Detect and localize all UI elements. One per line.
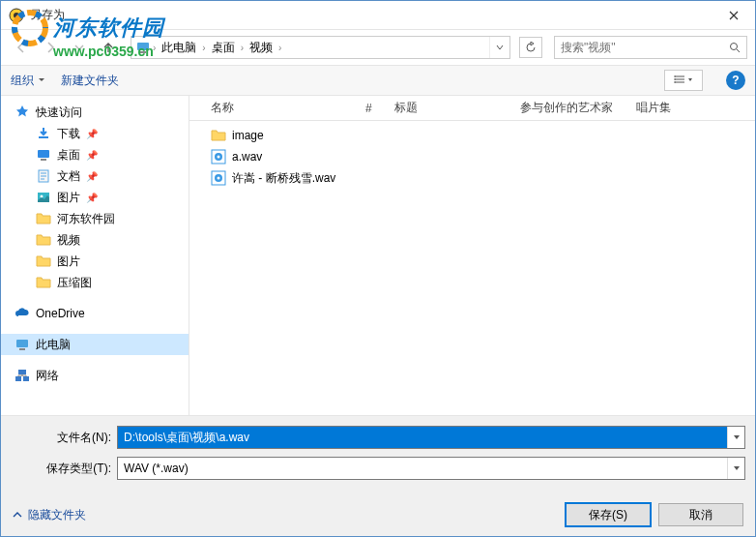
svg-point-22 [218,156,220,159]
network-icon [15,368,30,383]
folder-icon [36,254,51,269]
breadcrumb-sep: › [239,43,246,53]
view-button[interactable] [664,70,703,91]
file-columns: 名称 # 标题 参与创作的艺术家 唱片集 [189,96,755,121]
file-area: 名称 # 标题 参与创作的艺术家 唱片集 image a.wav 许嵩 - 断桥… [189,96,755,415]
filename-combo[interactable] [117,426,745,449]
tree-label: 压缩图 [57,275,92,291]
sidebar: 快速访问 下载 📌 桌面 📌 文档 📌 图片 📌 河东软件园 视频 [1,96,189,415]
chevron-down-icon [687,77,693,83]
pin-icon: 📌 [86,171,96,182]
titlebar: 另存为 [1,1,755,30]
refresh-button[interactable] [519,37,542,58]
document-icon [36,168,51,184]
window-title: 另存为 [30,7,712,23]
tree-desktop[interactable]: 桌面 📌 [1,144,189,165]
svg-point-6 [731,44,738,50]
organize-button[interactable]: 组织 [11,73,45,89]
svg-point-25 [218,177,220,180]
save-button[interactable]: 保存(S) [566,503,651,526]
col-num[interactable]: # [358,96,387,120]
crumb-video[interactable]: 视频 [246,37,276,58]
recent-button[interactable] [67,35,92,60]
search-input[interactable] [555,41,723,54]
folder-icon [211,128,226,143]
tree-label: 网络 [36,368,59,384]
list-icon [674,75,685,85]
chevron-down-icon [496,44,504,51]
filename-dropdown[interactable] [727,427,744,448]
newfolder-button[interactable]: 新建文件夹 [61,73,119,89]
col-artist[interactable]: 参与创作的艺术家 [512,96,628,120]
tree-compressed[interactable]: 压缩图 [1,272,189,293]
hide-folders-label: 隐藏文件夹 [28,507,86,523]
cloud-icon [15,306,30,321]
filetype-dropdown[interactable] [727,458,744,479]
app-icon [9,8,24,23]
hide-folders-button[interactable]: 隐藏文件夹 [13,507,86,523]
svg-rect-16 [19,348,25,350]
svg-rect-19 [23,376,29,381]
svg-rect-4 [137,43,149,50]
tree-pictures[interactable]: 图片 📌 [1,187,189,208]
chevron-down-icon [733,464,741,472]
tree-pictures2[interactable]: 图片 [1,251,189,272]
folder-icon [36,232,51,248]
tree-label: 图片 [57,190,80,206]
arrow-up-icon [102,41,115,54]
audio-icon [211,149,226,164]
breadcrumb[interactable]: › 此电脑 › 桌面 › 视频 › [131,36,510,59]
file-row[interactable]: 许嵩 - 断桥残雪.wav [189,167,755,189]
crumb-thispc[interactable]: 此电脑 [158,37,200,58]
tree-thispc[interactable]: 此电脑 [1,334,189,355]
tree-quick-access[interactable]: 快速访问 [1,102,189,123]
desktop-icon [36,147,51,163]
tree-documents[interactable]: 文档 📌 [1,165,189,187]
tree-label: 下载 [57,126,80,142]
pin-icon: 📌 [86,193,96,203]
crumb-desktop[interactable]: 桌面 [208,37,239,58]
svg-point-7 [674,75,676,77]
chevron-down-icon [74,43,84,52]
tree-label: 文档 [57,168,80,185]
search-box[interactable] [554,36,747,59]
col-album[interactable]: 唱片集 [628,96,706,120]
audio-icon [211,170,226,186]
col-name[interactable]: 名称 [203,96,358,120]
footer: 隐藏文件夹 保存(S) 取消 [1,493,755,537]
file-row[interactable]: image [189,125,755,146]
forward-button[interactable] [38,35,63,60]
filename-input[interactable] [118,431,727,444]
filetype-input[interactable] [118,462,727,475]
tree-network[interactable]: 网络 [1,365,189,386]
back-button[interactable] [9,35,34,60]
tree-downloads[interactable]: 下载 📌 [1,123,189,144]
monitor-icon [135,40,151,55]
tree-video[interactable]: 视频 [1,229,189,251]
up-button[interactable] [96,35,121,60]
pin-icon: 📌 [86,150,96,161]
col-title[interactable]: 标题 [387,96,512,120]
search-icon[interactable] [723,42,746,53]
cancel-button[interactable]: 取消 [658,503,743,526]
tree-hedong[interactable]: 河东软件园 [1,208,189,229]
filename-label: 文件名(N): [11,430,117,446]
star-icon [15,104,30,120]
breadcrumb-dropdown[interactable] [489,37,509,58]
tree-label: 快速访问 [36,104,82,121]
file-row[interactable]: a.wav [189,146,755,167]
tree-label: 图片 [57,254,80,270]
filetype-combo[interactable] [117,457,745,480]
toolbar: 组织 新建文件夹 ? [1,65,755,96]
file-list: image a.wav 许嵩 - 断桥残雪.wav [189,121,755,189]
breadcrumb-sep: › [151,43,158,53]
save-form: 文件名(N): 保存类型(T): [1,415,755,493]
tree-label: OneDrive [36,307,85,320]
pictures-icon [36,190,51,205]
tree-onedrive[interactable]: OneDrive [1,303,189,324]
tree-label: 桌面 [57,147,80,164]
chevron-down-icon [38,76,45,84]
close-button[interactable] [712,2,755,29]
help-button[interactable]: ? [726,71,745,90]
address-bar-row: › 此电脑 › 桌面 › 视频 › [1,30,755,65]
